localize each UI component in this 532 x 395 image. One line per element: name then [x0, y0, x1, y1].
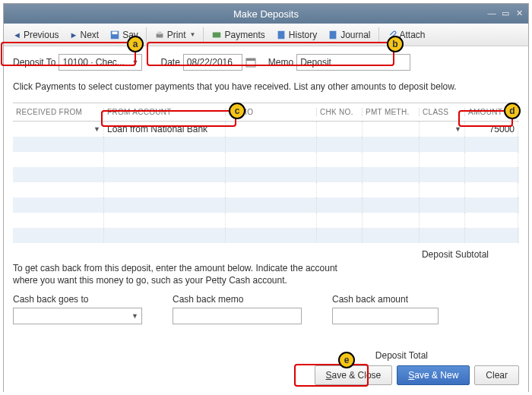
- print-label: Print: [167, 30, 186, 40]
- cell-chk-no[interactable]: [317, 122, 363, 137]
- cell-pmt-meth[interactable]: [363, 122, 420, 137]
- deposit-to-value: 10100 · Chec...: [62, 57, 124, 68]
- history-icon: [276, 30, 287, 40]
- deposit-grid: RECEIVED FROM FROM ACCOUNT MEMO CHK NO. …: [13, 103, 519, 243]
- calendar-icon[interactable]: [245, 57, 256, 68]
- callout-d: d: [504, 103, 521, 119]
- separator: [378, 27, 379, 43]
- next-button[interactable]: ► Next: [65, 27, 104, 43]
- date-label: Date: [160, 57, 179, 68]
- cashback-memo-label: Cash back memo: [173, 294, 302, 305]
- memo-input[interactable]: Deposit: [296, 54, 410, 71]
- toolbar: ◄ Previous ► Next Sav Print ▼ Payments H…: [4, 24, 528, 46]
- cashback-help: To get cash back from this deposit, ente…: [13, 263, 519, 286]
- callout-e: e: [338, 352, 355, 368]
- header-class: CLASS: [420, 108, 465, 116]
- header-received-from: RECEIVED FROM: [13, 108, 104, 116]
- cashback-amount-label: Cash back amount: [332, 294, 439, 305]
- svg-rect-4: [213, 32, 221, 37]
- deposit-subtotal-label: Deposit Subtotal: [13, 243, 519, 263]
- clear-button[interactable]: Clear: [474, 365, 519, 385]
- save-close-button[interactable]: Save & Close: [315, 365, 393, 385]
- previous-button[interactable]: ◄ Previous: [8, 27, 64, 43]
- callout-a: a: [127, 36, 144, 52]
- table-row[interactable]: ▼ Loan from National Bank ▼ 75000: [13, 122, 519, 137]
- cashback-amount-input[interactable]: [332, 308, 439, 324]
- cashback-goes-to-label: Cash back goes to: [13, 294, 142, 305]
- grid-header: RECEIVED FROM FROM ACCOUNT MEMO CHK NO. …: [13, 103, 519, 122]
- separator: [203, 27, 204, 43]
- save-new-button[interactable]: Save & New: [397, 365, 470, 385]
- table-row[interactable]: [13, 152, 519, 167]
- previous-label: Previous: [24, 30, 59, 40]
- payments-icon: [211, 30, 222, 40]
- header-pmt-meth: PMT METH.: [363, 108, 420, 116]
- date-input[interactable]: 08/22/2016: [183, 54, 242, 71]
- cell-amount[interactable]: 75000: [465, 122, 518, 137]
- table-row[interactable]: [13, 228, 519, 243]
- deposit-to-label: Deposit To: [13, 57, 55, 68]
- svg-rect-3: [157, 31, 161, 34]
- callout-c: c: [229, 103, 245, 119]
- close-button[interactable]: ✕: [513, 7, 525, 19]
- table-row[interactable]: [13, 167, 519, 182]
- svg-rect-1: [112, 31, 118, 34]
- journal-button[interactable]: Journal: [323, 27, 375, 43]
- header-chk-no: CHK NO.: [317, 108, 363, 116]
- deposit-total-label: Deposit Total: [13, 350, 519, 361]
- separator: [146, 27, 147, 43]
- table-row[interactable]: [13, 213, 519, 228]
- cell-memo[interactable]: [226, 122, 317, 137]
- history-label: History: [289, 30, 317, 40]
- chevron-down-icon: ▼: [132, 58, 139, 66]
- chevron-down-icon: ▼: [190, 31, 196, 38]
- date-field: Date 08/22/2016: [160, 54, 255, 71]
- deposit-to-field: Deposit To 10100 · Chec... ▼: [13, 54, 142, 71]
- memo-value: Deposit: [300, 57, 331, 68]
- payments-button[interactable]: Payments: [207, 27, 269, 43]
- svg-rect-6: [330, 30, 337, 39]
- svg-rect-8: [246, 58, 255, 61]
- attach-label: Attach: [400, 30, 426, 40]
- help-text: Click Payments to select customer paymen…: [13, 81, 519, 92]
- history-button[interactable]: History: [271, 27, 321, 43]
- cell-from-account[interactable]: Loan from National Bank: [104, 122, 226, 137]
- journal-label: Journal: [340, 30, 370, 40]
- memo-label: Memo: [268, 57, 293, 68]
- cashback-goes-to-select[interactable]: ▼: [13, 308, 142, 324]
- content: Deposit To 10100 · Chec... ▼ Date 08/22/…: [4, 46, 528, 393]
- print-icon: [154, 30, 165, 40]
- payments-label: Payments: [224, 30, 264, 40]
- arrow-right-icon: ►: [70, 30, 78, 40]
- callout-b: b: [387, 36, 404, 52]
- cell-class[interactable]: ▼: [420, 122, 465, 137]
- cashback-memo-input[interactable]: [173, 308, 302, 324]
- make-deposits-window: Make Deposits — ▭ ✕ ◄ Previous ► Next Sa…: [3, 3, 529, 392]
- table-row[interactable]: [13, 182, 519, 198]
- titlebar: Make Deposits — ▭ ✕: [4, 4, 528, 24]
- window-title: Make Deposits: [233, 8, 299, 20]
- memo-field: Memo Deposit: [268, 54, 410, 71]
- deposit-to-select[interactable]: 10100 · Chec... ▼: [59, 54, 142, 71]
- save-close-label: a: [332, 370, 337, 381]
- table-row[interactable]: [13, 137, 519, 152]
- header-from-account: FROM ACCOUNT: [104, 108, 226, 116]
- cell-received-from[interactable]: ▼: [13, 122, 104, 137]
- journal-icon: [328, 30, 338, 40]
- print-button[interactable]: Print ▼: [150, 27, 201, 43]
- table-row[interactable]: [13, 198, 519, 213]
- save-icon: [109, 30, 120, 40]
- next-label: Next: [80, 30, 99, 40]
- grid-body: ▼ Loan from National Bank ▼ 75000: [13, 122, 519, 243]
- arrow-left-icon: ◄: [13, 30, 21, 40]
- svg-rect-5: [277, 30, 284, 39]
- maximize-button[interactable]: ▭: [499, 7, 511, 19]
- date-value: 08/22/2016: [187, 57, 233, 68]
- minimize-button[interactable]: —: [486, 7, 498, 19]
